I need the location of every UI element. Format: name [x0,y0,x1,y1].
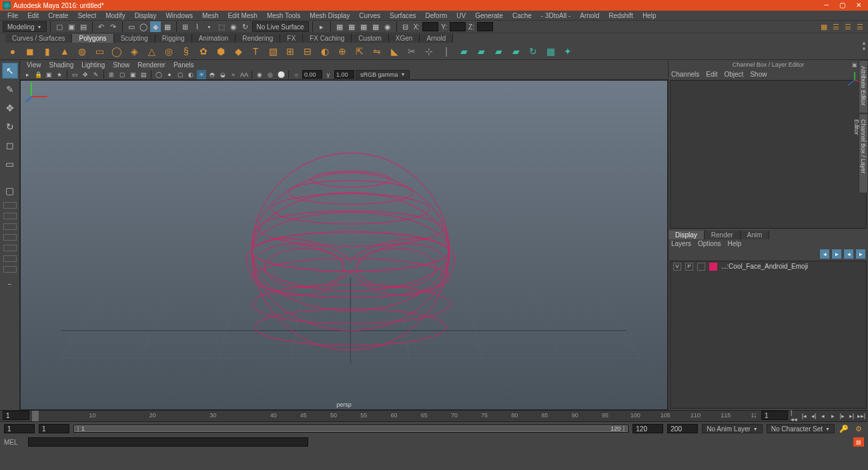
menu-help[interactable]: Help [638,12,661,19]
viewmenu-panels[interactable]: Panels [169,61,198,69]
current-frame-field[interactable]: 1 [761,411,788,420]
layout-graph[interactable] [3,255,17,262]
layertab-render[interactable]: Render [705,231,741,239]
sculpt-f-icon[interactable]: ▦ [543,44,558,59]
ipr-icon[interactable]: ▦ [358,21,369,32]
range-start-outer[interactable]: 1 [4,424,35,433]
menu-surfaces[interactable]: Surfaces [385,12,420,19]
autokey-icon[interactable]: 🔑 [839,424,849,433]
v-gate-mask-icon[interactable]: ▤ [139,70,148,79]
layout-collapse[interactable]: − [2,276,18,292]
new-scene-icon[interactable]: ▢ [54,21,65,32]
poly-pipe-icon[interactable]: ◎ [161,44,176,59]
render-icon[interactable]: ▦ [334,21,345,32]
shelftab-rigging[interactable]: Rigging [155,34,192,43]
menu-meshtools[interactable]: Mesh Tools [262,12,305,19]
v-image-plane-icon[interactable]: ▭ [70,70,79,79]
shelftab-xgen[interactable]: XGen [389,34,420,43]
v-ao-icon[interactable]: ◒ [218,70,228,79]
layout-single[interactable]: ▢ [2,183,18,199]
poly-superellipse-icon[interactable]: ◆ [231,44,246,59]
viewport[interactable]: persp [20,80,668,410]
layers-menu[interactable]: Layers [671,240,691,247]
sculpt-c-icon[interactable]: ▰ [491,44,506,59]
close-button[interactable]: ✕ [856,2,861,9]
viewmenu-show[interactable]: Show [109,61,133,69]
shelf-scroll[interactable]: ▲▼ [861,40,867,52]
layer-color-swatch[interactable] [709,263,717,271]
v-select-camera-icon[interactable]: ▸ [23,70,32,79]
v-2d-pan-icon[interactable]: ✥ [81,70,90,79]
v-aa-icon[interactable]: AA [240,70,249,79]
menu-arnold[interactable]: Arnold [575,12,604,19]
command-input[interactable] [28,437,308,447]
poly-helix-icon[interactable]: § [179,44,193,59]
v-xray-icon[interactable]: ◎ [266,70,275,79]
shelftab-sculpting[interactable]: Sculpting [114,34,155,43]
v-lock-icon[interactable]: 🔒 [33,70,43,79]
menu-redshift[interactable]: Redshift [604,12,638,19]
smooth-icon[interactable]: ◐ [318,44,332,59]
v-bbox-icon[interactable]: ▢ [175,70,185,79]
menu-create[interactable]: Create [43,12,73,19]
v-grease-icon[interactable]: ✎ [91,70,101,79]
separate-icon[interactable]: ⊟ [300,44,315,59]
shelftab-rendering[interactable]: Rendering [236,34,280,43]
playhead[interactable] [32,411,39,421]
sculpt-g-icon[interactable]: ✦ [560,44,575,59]
script-editor-icon[interactable]: ▤ [853,437,864,447]
gamma-field[interactable]: 1.00 [334,70,354,79]
character-set-dropdown[interactable]: No Character Set ▼ [767,424,835,433]
history-icon[interactable]: ▸ [316,21,327,32]
scale-tool[interactable]: ◻ [2,137,18,153]
target-weld-icon[interactable]: ⊹ [422,44,436,59]
range-end-inner[interactable]: 120 [632,424,663,433]
combine-icon[interactable]: ⊞ [283,44,298,59]
colorspace-dropdown[interactable]: sRGB gamma ▼ [356,70,410,79]
open-scene-icon[interactable]: ▣ [66,21,77,32]
xyz-toggle-icon[interactable]: ⊟ [400,21,411,32]
v-isolate-icon[interactable]: ◉ [255,70,264,79]
menu-file[interactable]: File [3,12,23,19]
poly-gear-icon[interactable]: ✿ [196,44,211,59]
exposure-field[interactable]: 0.00 [302,70,322,79]
sculpt-b-icon[interactable]: ▰ [474,44,488,59]
undo-icon[interactable]: ↶ [96,21,107,32]
layer-visible-toggle[interactable]: V [673,263,681,271]
cmd-lang-label[interactable]: MEL [4,439,24,446]
layout-two-h[interactable] [3,202,17,209]
snap-curve-icon[interactable]: ⌇ [192,21,203,32]
poly-disc-icon[interactable]: ◯ [109,44,124,59]
snap-live2-icon[interactable]: ↻ [240,21,251,32]
menu-curves[interactable]: Curves [354,12,385,19]
select-by-icon[interactable]: ▦ [162,21,173,32]
extrude-icon[interactable]: ⇱ [352,44,367,59]
range-end-outer[interactable]: 200 [667,424,698,433]
menu-mesh[interactable]: Mesh [197,12,223,19]
poly-type-icon[interactable]: T [248,44,263,59]
render-region-icon[interactable]: ▦ [346,21,357,32]
live-surface-dropdown[interactable]: No Live Surface [252,21,309,32]
menu-modify[interactable]: Modify [101,12,129,19]
viewmenu-view[interactable]: View [23,61,45,69]
save-scene-icon[interactable]: ▤ [78,21,89,32]
v-exposure-icon[interactable]: ☼ [292,70,301,79]
anim-layer-dropdown[interactable]: No Anim Layer ▼ [702,424,763,433]
sculpt-e-icon[interactable]: ↻ [526,44,540,59]
sculpt-a-icon[interactable]: ▰ [456,44,471,59]
snap-live-icon[interactable]: ◉ [228,21,239,32]
menu-3dtoall[interactable]: - 3DtoAll - [536,12,575,19]
snap-point-icon[interactable]: • [204,21,215,32]
snap-grid-icon[interactable]: ⊞ [180,21,191,32]
viewmenu-shading[interactable]: Shading [45,61,78,69]
select-tool[interactable]: ↖ [2,63,18,79]
poly-cylinder-icon[interactable]: ▮ [40,44,55,59]
vtab-channel-box[interactable]: Channel Box / Layer Editor [859,113,868,193]
layer-move-down-icon[interactable]: ▸ [832,249,841,259]
layout-two-v[interactable] [3,213,17,219]
step-fwd-key-icon[interactable]: ▸| [847,411,855,421]
layer-row[interactable]: V P ...:Cool_Face_Android_Emoji [671,261,866,272]
render-globals-icon[interactable]: ◉ [382,21,393,32]
tool-settings-icon[interactable]: ☰ [855,21,865,32]
shelftab-fx[interactable]: FX [280,34,303,43]
